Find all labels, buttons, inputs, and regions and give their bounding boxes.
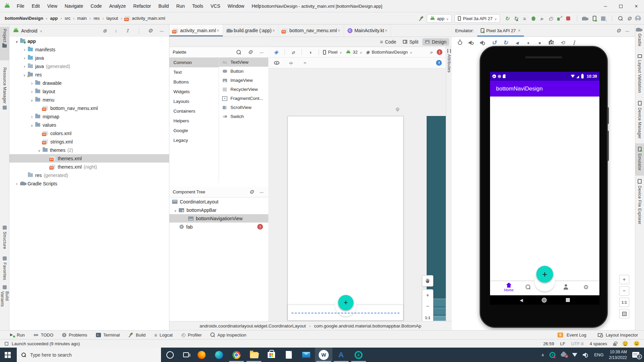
menu-item[interactable]: Refactor <box>129 0 155 12</box>
menu-item[interactable]: Window <box>224 0 248 12</box>
settings-icon[interactable] <box>614 26 623 35</box>
tab-emulator[interactable]: Emulator <box>635 143 644 175</box>
palette-category[interactable]: Buttons <box>169 77 219 87</box>
eset-tray-icon[interactable] <box>549 352 555 358</box>
error-badge[interactable] <box>257 224 263 230</box>
tree-row[interactable]: themes (2) <box>9 146 169 154</box>
firefox-icon[interactable] <box>193 348 210 362</box>
palette-component[interactable]: ScrollView <box>219 103 268 112</box>
path-segment[interactable]: com.google.android.material.bottomappbar… <box>314 323 421 328</box>
sad-feedback-icon[interactable] <box>634 341 639 346</box>
onedrive-tray-icon[interactable] <box>561 353 567 357</box>
phone-screen[interactable]: 10:39 bottomNaviDesign Home <box>490 72 599 305</box>
palette-category[interactable]: Legacy <box>169 135 219 145</box>
settings-icon[interactable] <box>625 14 634 23</box>
palette-component[interactable]: FragmentCont... <box>219 94 268 103</box>
menu-item[interactable]: Build <box>155 0 172 12</box>
gradle-sync-icon[interactable] <box>581 14 590 23</box>
menu-item[interactable]: View <box>44 0 61 12</box>
chrome-icon[interactable] <box>228 348 245 362</box>
tree-row[interactable]: Gradle Scripts <box>9 179 169 188</box>
back-icon[interactable] <box>514 40 520 46</box>
screenshot-icon[interactable] <box>548 40 554 46</box>
home-icon[interactable] <box>525 40 532 46</box>
issues-badge[interactable] <box>437 49 442 55</box>
help-icon[interactable] <box>436 60 442 66</box>
sidebar-tab-structure[interactable]: Structure <box>0 224 9 249</box>
nav-item-profile[interactable] <box>563 284 569 290</box>
nav-item-search[interactable] <box>525 284 531 290</box>
stop-icon[interactable] <box>564 14 573 23</box>
tab-bottom-nav-menu[interactable]: bottom_nav_menu.xml <box>279 24 344 37</box>
tree-chevron-icon[interactable] <box>21 63 28 69</box>
breadcrumb-item[interactable]: main <box>70 16 87 21</box>
file-encoding[interactable]: UTF-8 <box>571 341 584 346</box>
preview-fab[interactable]: + <box>338 295 354 310</box>
collapse-all-icon[interactable] <box>124 27 131 34</box>
toolwindow-app-inspection[interactable]: App Inspection <box>210 333 246 338</box>
event-log-button[interactable]: Event Log <box>567 333 586 338</box>
volume-up-icon[interactable] <box>479 40 486 46</box>
menu-item[interactable]: Navigate <box>61 0 87 12</box>
tree-chevron-icon[interactable] <box>21 47 28 52</box>
palette-category[interactable]: Layouts <box>169 97 219 106</box>
tree-row[interactable]: java <box>9 54 169 62</box>
tree-chevron-icon[interactable] <box>29 97 35 103</box>
breadcrumb-item[interactable]: activity_main.xml <box>118 16 165 21</box>
start-button[interactable] <box>5 352 11 358</box>
toolwindow-terminal[interactable]: Terminal <box>96 333 120 338</box>
pan-button[interactable] <box>422 275 433 287</box>
power-icon[interactable] <box>457 40 463 46</box>
night-mode-icon[interactable] <box>306 48 315 57</box>
toolwindow-logcat[interactable]: Logcat <box>154 332 173 338</box>
close-icon[interactable] <box>272 28 275 33</box>
task-view-icon[interactable] <box>183 352 189 357</box>
tree-chevron-icon[interactable] <box>36 147 43 153</box>
menu-item[interactable]: Tools <box>189 0 207 12</box>
settings-icon[interactable] <box>248 189 255 195</box>
tree-row[interactable]: menu <box>9 96 169 104</box>
tree-row[interactable]: strings.xml <box>9 137 169 146</box>
run-configurations-icon[interactable] <box>520 14 529 23</box>
notification-center-icon[interactable]: 8 <box>632 352 639 358</box>
layout-preview[interactable]: + <box>287 116 404 321</box>
component-row-fab[interactable]: fab <box>169 223 268 231</box>
caret-position[interactable]: 26:59 <box>543 341 554 346</box>
profile-avatar[interactable] <box>634 14 642 23</box>
emulator-zoom-fit-button[interactable] <box>619 309 629 318</box>
palette-hide-icon[interactable] <box>258 49 265 56</box>
more-icon[interactable] <box>571 40 577 46</box>
tree-chevron-icon[interactable] <box>29 80 35 86</box>
expand-all-icon[interactable] <box>113 27 119 34</box>
separator[interactable] <box>573 14 581 23</box>
maximize-icon[interactable] <box>613 0 629 12</box>
breadcrumb-item[interactable]: app <box>43 16 58 21</box>
view-mode-icon[interactable] <box>272 48 280 57</box>
menu-item[interactable]: VCS <box>207 0 224 12</box>
edge-icon[interactable] <box>210 348 228 362</box>
sidebar-tab-resource-manager[interactable]: Resource Manager <box>0 65 9 119</box>
chevron-down-icon[interactable] <box>40 28 42 33</box>
tree-row[interactable]: manifests <box>9 45 169 54</box>
palette-category[interactable]: Common <box>169 58 219 67</box>
toolwindow-run[interactable]: Run <box>10 333 25 338</box>
tree-row[interactable]: colors.xml <box>9 129 169 137</box>
tree-row[interactable]: themes.xml <box>9 154 169 163</box>
palette-category[interactable]: Widgets <box>169 87 219 97</box>
rotate-cw-icon[interactable] <box>502 40 509 46</box>
toolwindow-build[interactable]: Build <box>128 333 146 338</box>
palette-category[interactable]: Text <box>169 67 219 77</box>
palette-component[interactable]: Switch <box>219 112 268 121</box>
eset-icon[interactable] <box>350 348 367 362</box>
zoom-in-button[interactable]: + <box>422 290 433 301</box>
tree-row[interactable]: themes.xml (night) <box>9 163 169 171</box>
device-select[interactable]: Pixel 3a API 27 <box>454 14 500 23</box>
breadcrumb-item[interactable]: bottomNaviDesign <box>5 16 43 21</box>
tab-activity-main[interactable]: activity_main.xml <box>169 24 223 37</box>
tab-main-activity[interactable]: MainActivity.kt <box>344 24 391 37</box>
close-icon[interactable] <box>337 28 340 33</box>
tree-chevron-icon[interactable] <box>21 55 28 61</box>
microsoft-store-icon[interactable] <box>263 348 280 362</box>
tree-row[interactable]: res (generated) <box>9 171 169 179</box>
tree-chevron-icon[interactable] <box>29 114 35 119</box>
